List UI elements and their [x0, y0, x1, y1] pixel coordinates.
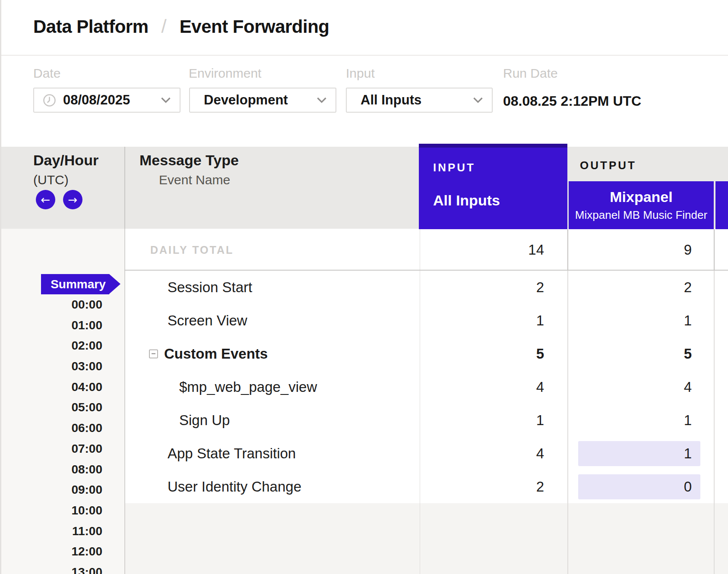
chevron-down-icon [317, 97, 327, 103]
daily-total-output-value: 9 [684, 242, 692, 258]
chevron-down-icon [473, 97, 483, 103]
hour-label-11[interactable]: 11:00 [26, 524, 102, 538]
arrow-left-icon: ← [41, 194, 51, 205]
chevron-down-icon [161, 97, 171, 103]
table-row: $mp_web_page_view 4 4 [0, 370, 728, 404]
date-filter-label: Date [33, 66, 60, 81]
input-header-top-strip [419, 144, 567, 148]
date-value: 08/08/2025 [63, 92, 130, 108]
output-header-subtitle: Mixpanel MB Music Finder [575, 208, 707, 222]
environment-value: Development [199, 92, 288, 108]
event-forwarding-page: Data Platform / Event Forwarding Date En… [0, 0, 728, 574]
input-value: All Inputs [355, 92, 421, 108]
input-header-name: All Inputs [433, 192, 500, 209]
header-divider [0, 55, 728, 56]
run-date-label: Run Date [503, 66, 558, 81]
hour-label-10[interactable]: 10:00 [26, 504, 102, 517]
input-filter-label: Input [346, 66, 375, 81]
output-count: 1 [684, 412, 692, 429]
environment-dropdown[interactable]: Development [189, 88, 336, 113]
column-divider [714, 229, 715, 271]
hour-label-13[interactable]: 13:00 [26, 565, 102, 574]
input-column-header: INPUT All Inputs [419, 144, 567, 229]
event-row-label: User Identity Change [168, 479, 301, 495]
date-dropdown[interactable]: 08/08/2025 [33, 88, 180, 113]
table-row: App State Transition 4 1 [0, 437, 728, 470]
output-eyebrow: OUTPUT [580, 159, 636, 172]
input-count: 2 [536, 479, 544, 495]
event-row-label: Sign Up [179, 412, 230, 429]
input-count: 4 [536, 379, 544, 395]
next-day-button[interactable]: → [63, 190, 82, 209]
event-group-label: Custom Events [164, 346, 268, 362]
output-count: 5 [684, 346, 692, 362]
table-row: User Identity Change 2 0 [0, 470, 728, 503]
clock-icon [43, 94, 56, 107]
column-divider [714, 271, 715, 574]
page-title: Event Forwarding [180, 16, 329, 37]
hour-label-12[interactable]: 12:00 [26, 545, 102, 558]
input-count: 2 [536, 279, 544, 296]
daily-total-input-value: 14 [528, 242, 544, 258]
input-count: 5 [536, 346, 544, 362]
breadcrumb-separator: / [161, 16, 167, 37]
output-highlight-cell [578, 474, 700, 499]
table-row: Screen View 1 1 [0, 304, 728, 337]
table-row-group: Custom Events 5 5 [0, 337, 728, 370]
page-left-border [0, 0, 1, 574]
output-column-header-mixpanel: Mixpanel Mixpanel MB Music Finder [569, 181, 714, 229]
column-divider [567, 229, 568, 271]
event-row-label: $mp_web_page_view [179, 379, 317, 395]
breadcrumb: Data Platform / Event Forwarding [33, 16, 329, 37]
output-column-header-next [715, 181, 728, 229]
event-row-label: App State Transition [168, 445, 296, 462]
input-dropdown[interactable]: All Inputs [346, 88, 493, 113]
daily-total-label: DAILY TOTAL [150, 244, 234, 256]
output-header-name: Mixpanel [610, 189, 672, 205]
output-count: 1 [684, 312, 692, 329]
event-row-label: Screen View [168, 312, 247, 329]
event-rows: Session Start 2 2 Screen View 1 1 Custom… [0, 271, 728, 503]
table-row: Sign Up 1 1 [0, 404, 728, 437]
column-divider [124, 147, 125, 229]
message-type-column-title: Message Type [139, 152, 239, 169]
table-footer-strip [125, 503, 728, 574]
input-count: 1 [536, 312, 544, 329]
day-hour-column-title: Day/Hour [33, 152, 98, 169]
previous-day-button[interactable]: ← [36, 190, 55, 209]
daily-total-row: DAILY TOTAL 14 9 [0, 229, 728, 271]
output-highlight-cell [578, 441, 700, 466]
table-row: Session Start 2 2 [0, 271, 728, 304]
arrow-right-icon: → [68, 194, 78, 205]
day-hour-timezone: (UTC) [33, 173, 69, 187]
output-count: 1 [684, 445, 692, 462]
event-name-subtitle: Event Name [159, 173, 230, 187]
run-date-value: 08.08.25 2:12PM UTC [503, 93, 641, 109]
collapse-minus-icon[interactable] [149, 349, 158, 358]
breadcrumb-data-platform[interactable]: Data Platform [33, 16, 149, 37]
input-count: 1 [536, 412, 544, 429]
event-row-label: Session Start [168, 279, 252, 296]
output-count: 0 [684, 479, 692, 495]
output-count: 2 [684, 279, 692, 296]
column-divider [420, 229, 420, 574]
column-divider [124, 229, 125, 574]
environment-filter-label: Environment [189, 66, 261, 81]
daily-total-divider [124, 270, 728, 271]
column-divider [567, 271, 568, 574]
input-count: 4 [536, 445, 544, 462]
output-count: 4 [684, 379, 692, 395]
input-eyebrow: INPUT [433, 161, 475, 174]
